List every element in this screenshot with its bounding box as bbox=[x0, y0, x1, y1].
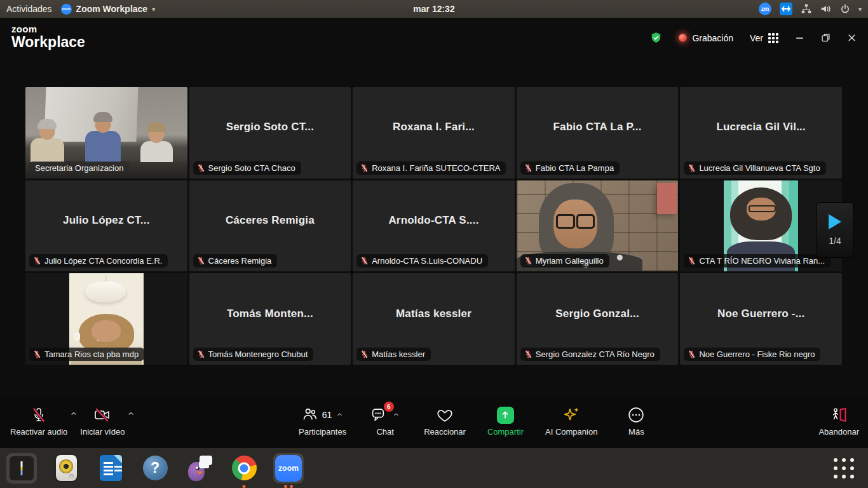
participant-tile[interactable]: Cáceres RemigiaCáceres Remigia bbox=[189, 180, 351, 272]
participant-label-text: Matías kessler bbox=[372, 349, 425, 359]
participant-name-label: Myriam Galleguillo bbox=[520, 254, 609, 268]
mic-muted-icon bbox=[360, 257, 369, 265]
chat-chevron[interactable] bbox=[393, 410, 400, 420]
dock-item-zoom[interactable]: zoom bbox=[273, 453, 304, 484]
participant-tile[interactable]: Roxana I. Fari...Roxana I. Fariña SUTECO… bbox=[353, 87, 515, 179]
participant-tile[interactable]: Matías kesslerMatías kessler bbox=[353, 273, 515, 365]
zoom-tray-icon[interactable]: zm bbox=[759, 3, 771, 15]
participant-tile[interactable]: Secretaria Organizacion bbox=[25, 87, 187, 179]
participant-label-text: Cáceres Remigia bbox=[208, 256, 272, 266]
meeting-toolbar: Reactivar audio Iniciar vídeo bbox=[0, 398, 868, 448]
participant-label-text: Sergio Gonzalez CTA Río Negro bbox=[536, 349, 654, 359]
show-applications-button[interactable] bbox=[834, 458, 854, 478]
recording-dot-icon bbox=[679, 34, 687, 42]
participant-display-name: Julio López CT... bbox=[25, 214, 187, 227]
view-button[interactable]: Ver bbox=[750, 33, 778, 43]
react-button[interactable]: Reaccionar bbox=[424, 406, 466, 437]
mic-muted-icon bbox=[688, 164, 696, 172]
security-shield-icon[interactable] bbox=[650, 32, 662, 44]
dock-item-pidgin[interactable] bbox=[184, 453, 215, 484]
participant-tile[interactable]: Myriam Galleguillo bbox=[517, 180, 679, 272]
heart-icon bbox=[437, 406, 453, 424]
participant-label-text: CTA T RÍO NEGRO Viviana Ran... bbox=[699, 256, 825, 266]
clock-button[interactable]: mar 12:32 bbox=[413, 4, 454, 14]
next-page-button[interactable]: 1/4 bbox=[817, 202, 853, 258]
dock-item-libreoffice-writer[interactable] bbox=[95, 453, 126, 484]
mic-muted-icon bbox=[197, 350, 205, 358]
video-decoration bbox=[553, 200, 597, 249]
participant-label-text: Fabio CTA La Pampa bbox=[536, 163, 614, 173]
dock-item-help[interactable]: ? bbox=[140, 453, 170, 484]
unmute-button[interactable]: Reactivar audio bbox=[10, 406, 67, 437]
chat-icon: 6 bbox=[371, 406, 387, 424]
app-menu-button[interactable]: zoom Zoom Workplace ▾ bbox=[61, 4, 156, 15]
dock: ?zoom bbox=[0, 448, 868, 488]
participant-name-label: Tamara Rios cta pba mdp bbox=[29, 348, 144, 361]
participant-tile[interactable]: Fabio CTA La P...Fabio CTA La Pampa bbox=[517, 87, 679, 179]
participant-label-text: Arnoldo-CTA S.Luis-CONADU bbox=[372, 256, 482, 266]
participants-icon bbox=[302, 407, 318, 424]
audio-options-chevron[interactable] bbox=[70, 409, 78, 420]
participants-button[interactable]: 61 Participantes bbox=[299, 406, 346, 437]
dock-item-chrome[interactable] bbox=[229, 453, 259, 484]
participant-display-name: Roxana I. Fari... bbox=[353, 121, 515, 133]
mic-muted-icon bbox=[31, 406, 46, 424]
participant-display-name: Sergio Gonzal... bbox=[517, 308, 679, 320]
zoom-app-icon: zoom bbox=[61, 4, 72, 15]
mic-muted-icon bbox=[524, 164, 532, 172]
participant-tile[interactable]: Noe Guerrero -...Noe Guerrero - Fiske Ri… bbox=[680, 273, 842, 365]
close-button[interactable] bbox=[847, 33, 857, 43]
participant-tile[interactable]: Julio López CT...Julio López CTA Concord… bbox=[25, 180, 187, 272]
more-button[interactable]: Más bbox=[619, 406, 653, 437]
recording-indicator[interactable]: Grabación bbox=[679, 33, 733, 43]
app-menu-label: Zoom Workplace bbox=[76, 4, 148, 14]
zoom-workplace-logo: zoom Workplace bbox=[11, 24, 85, 50]
share-button[interactable]: Compartir bbox=[487, 406, 524, 437]
participant-tile[interactable]: Tomás Monten...Tomás Montenegro Chubut bbox=[189, 273, 351, 365]
participant-label-text: Noe Guerrero - Fiske Rio negro bbox=[699, 349, 815, 359]
system-top-bar: Actividades zoom Zoom Workplace ▾ mar 12… bbox=[0, 0, 868, 18]
video-decoration bbox=[747, 198, 776, 220]
participant-tile[interactable]: Tamara Rios cta pba mdp bbox=[25, 273, 187, 365]
participant-tile[interactable]: Sergio Soto CT...Sergio Soto CTA Chaco bbox=[189, 87, 351, 179]
volume-icon[interactable] bbox=[820, 4, 832, 14]
leave-button[interactable]: Abandonar bbox=[818, 406, 859, 437]
system-menu-caret-icon[interactable]: ▾ bbox=[858, 6, 862, 13]
video-options-chevron[interactable] bbox=[127, 409, 135, 420]
video-decoration bbox=[140, 141, 173, 162]
participant-display-name: Arnoldo-CTA S.... bbox=[353, 214, 515, 227]
chevron-down-icon: ▾ bbox=[152, 6, 155, 13]
participant-label-text: Tomás Montenegro Chubut bbox=[208, 349, 308, 359]
grid-view-icon bbox=[768, 33, 778, 43]
teamviewer-tray-icon[interactable] bbox=[780, 3, 792, 15]
mic-muted-icon bbox=[688, 257, 696, 265]
ai-companion-button[interactable]: AI Companion bbox=[545, 406, 597, 437]
dock-item-window-preview[interactable] bbox=[6, 453, 37, 484]
participant-tile[interactable]: Lucrecia Gil Vil...Lucrecia Gil Villanue… bbox=[680, 87, 842, 179]
window-preview-icon bbox=[10, 456, 34, 480]
leave-door-icon bbox=[830, 406, 848, 424]
participant-display-name: Matías kessler bbox=[353, 308, 515, 320]
participant-display-name: Fabio CTA La P... bbox=[517, 121, 679, 133]
activities-button[interactable]: Actividades bbox=[6, 4, 52, 14]
participant-tile[interactable]: Arnoldo-CTA S....Arnoldo-CTA S.Luis-CONA… bbox=[353, 180, 515, 272]
mic-muted-icon bbox=[524, 350, 532, 358]
next-page-arrow-icon bbox=[829, 214, 841, 229]
video-decoration bbox=[657, 183, 677, 214]
participant-label-text: Tamara Rios cta pba mdp bbox=[44, 349, 139, 359]
participant-display-name: Lucrecia Gil Vil... bbox=[680, 121, 842, 133]
participant-display-name: Noe Guerrero -... bbox=[680, 308, 842, 320]
start-video-button[interactable]: Iniciar vídeo bbox=[80, 406, 125, 437]
participant-display-name: Sergio Soto CT... bbox=[189, 121, 351, 133]
participant-label-text: Myriam Galleguillo bbox=[536, 256, 604, 266]
network-icon[interactable] bbox=[801, 4, 812, 14]
dock-item-audio-player[interactable] bbox=[51, 453, 81, 484]
participants-label: Participantes bbox=[299, 427, 346, 437]
participants-chevron[interactable] bbox=[336, 410, 343, 420]
minimize-button[interactable] bbox=[795, 33, 804, 43]
power-icon[interactable] bbox=[840, 4, 850, 14]
audio-player-icon bbox=[56, 455, 77, 481]
chat-button[interactable]: 6 Chat bbox=[368, 406, 402, 437]
restore-button[interactable] bbox=[821, 33, 831, 43]
participant-tile[interactable]: Sergio Gonzal...Sergio Gonzalez CTA Río … bbox=[517, 273, 679, 365]
